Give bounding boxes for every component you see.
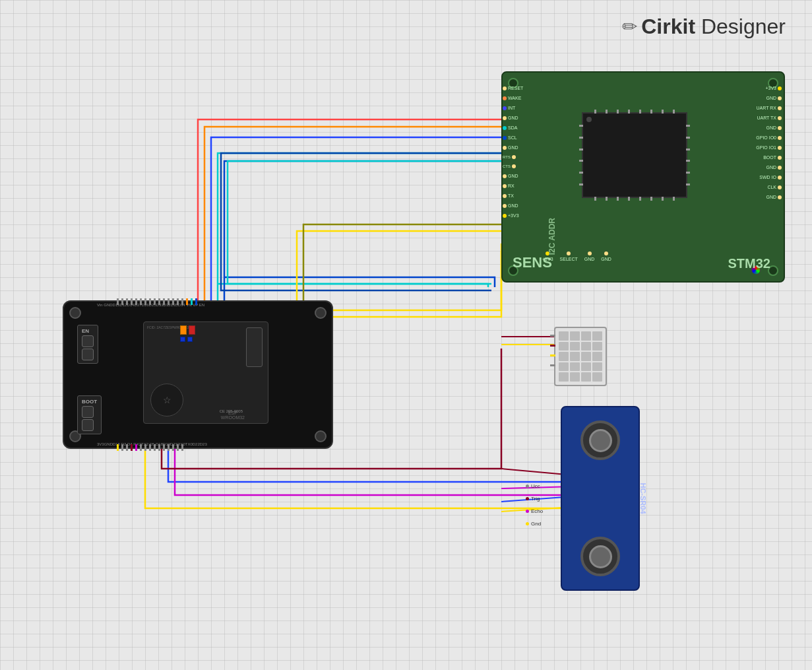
stm32-label: STM32 [728,256,770,271]
sens-main-chip [582,112,687,198]
mounting-hole-tr [315,307,327,319]
mounting-hole-tl [69,307,81,319]
esp32-top-pins-row [117,298,197,305]
app-logo: ✏ Cirkit Designer [622,15,786,39]
sens-left-pins: RESET WAKE INT GND SDA SCL GND RTS CTS G… [503,86,523,218]
logo-icon: ✏ [622,16,637,38]
hcsr04-transducer-2 [580,537,620,576]
brand-name: Cirkit Designer [641,15,786,39]
sens-label: SENS [513,254,552,271]
sens-board: RESET WAKE INT GND SDA SCL GND RTS CTS G… [501,71,785,283]
hcsr04-label: HC-SR04 [639,483,646,514]
dht-grid [559,331,602,382]
hcsr04-sensor: HC-SR04 Ucc Trig Echo Gnd [561,406,640,591]
esp32-bottom-pins-row [117,444,183,451]
esp32-module: FCID: 2AC7ZESPWROOM32 ☆ ESPWROOM32 CE 20… [143,321,268,424]
esp32-en-button[interactable]: EN [77,325,98,364]
hcsr04-transducer-1 [580,420,620,460]
i2c-addr-label: I2C ADDR [547,218,557,255]
mounting-hole-br [315,430,327,442]
sens-right-pins: +3V3 GND UART RX UART TX GND GPIO IO0 GP… [756,86,784,199]
esp32-board: Vin GNDD13D12D14D27D26D25D33D32D35D34 VN… [63,300,333,449]
dht-sensor [554,327,607,386]
dht-pins [550,335,555,366]
esp32-boot-button[interactable]: BOOT [77,395,102,434]
hcsr04-pin-labels: Ucc Trig Echo Gnd [526,483,543,527]
